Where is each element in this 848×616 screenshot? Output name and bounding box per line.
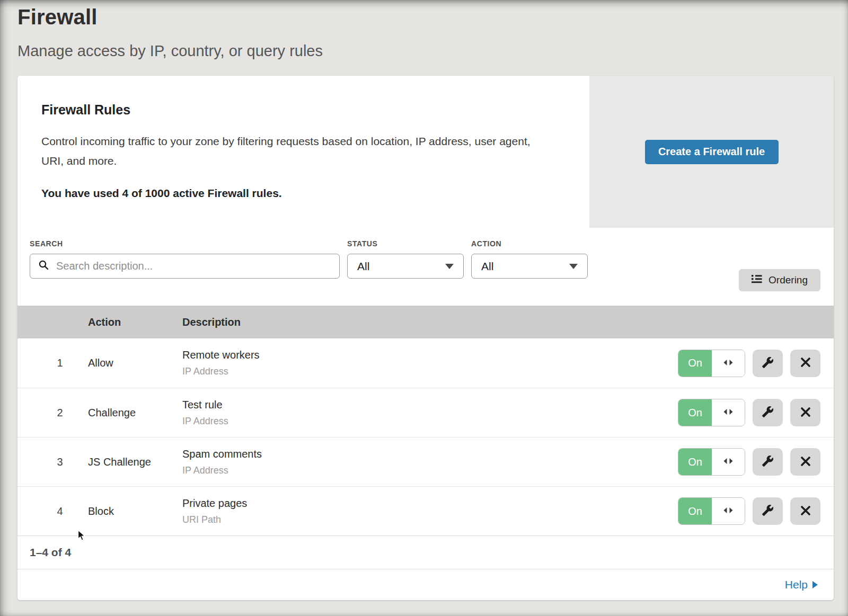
- rule-enabled-toggle[interactable]: On: [678, 448, 745, 476]
- left-right-arrows-icon: [722, 359, 734, 368]
- search-input-container: [30, 254, 340, 279]
- rule-action: Allow: [88, 357, 182, 369]
- help-bar: Help: [17, 569, 834, 600]
- help-link[interactable]: Help: [785, 578, 818, 591]
- rule-description: Remote workers: [182, 349, 678, 361]
- x-icon: [800, 505, 811, 518]
- create-rule-panel: Create a Firewall rule: [589, 76, 834, 228]
- rule-description-cell: Remote workers IP Address: [182, 349, 678, 377]
- create-firewall-rule-button[interactable]: Create a Firewall rule: [645, 140, 779, 164]
- rule-priority: 1: [17, 357, 88, 369]
- overview-section: Firewall Rules Control incoming traffic …: [17, 76, 834, 228]
- description-column-header: Description: [182, 316, 834, 328]
- status-label: STATUS: [347, 239, 464, 248]
- chevron-right-icon: [812, 581, 818, 588]
- overview-heading: Firewall Rules: [41, 102, 589, 118]
- delete-rule-button[interactable]: [790, 448, 820, 476]
- firewall-rule-row: 4 Block Private pages URI Path On: [17, 486, 834, 535]
- ordered-list-icon: [752, 274, 762, 286]
- x-icon: [800, 456, 811, 469]
- edit-rule-button[interactable]: [753, 497, 783, 525]
- rule-description-cell: Test rule IP Address: [182, 399, 678, 427]
- table-header: Action Description: [17, 306, 834, 338]
- wrench-icon: [762, 356, 774, 370]
- rule-controls: On: [678, 350, 834, 377]
- usage-summary: You have used 4 of 1000 active Firewall …: [41, 187, 589, 200]
- wrench-icon: [762, 455, 774, 469]
- ordering-button-label: Ordering: [768, 274, 808, 286]
- firewall-rule-row: 3 JS Challenge Spam comments IP Address …: [17, 437, 834, 486]
- rule-description: Spam comments: [182, 448, 678, 460]
- status-select-value: All: [357, 260, 369, 273]
- edit-rule-button[interactable]: [753, 350, 783, 377]
- page-subtitle: Manage access by IP, country, or query r…: [17, 42, 848, 60]
- search-label: SEARCH: [30, 239, 340, 248]
- action-select[interactable]: All: [471, 254, 588, 279]
- toggle-drag-handle[interactable]: [712, 399, 745, 426]
- action-label: ACTION: [471, 239, 588, 248]
- edit-rule-button[interactable]: [753, 448, 783, 476]
- firewall-rule-row: 2 Challenge Test rule IP Address On: [17, 388, 834, 437]
- wrench-icon: [762, 406, 774, 419]
- rule-description-cell: Spam comments IP Address: [182, 448, 678, 476]
- delete-rule-button[interactable]: [790, 497, 820, 525]
- delete-rule-button[interactable]: [790, 350, 820, 377]
- rule-enabled-toggle[interactable]: On: [678, 350, 745, 377]
- rules-list: 1 Allow Remote workers IP Address On: [17, 338, 834, 535]
- overview-description: Control incoming traffic to your zone by…: [41, 131, 545, 171]
- rule-description: Test rule: [182, 399, 678, 411]
- firewall-rules-card: Firewall Rules Control incoming traffic …: [17, 76, 834, 600]
- help-link-label: Help: [785, 578, 808, 591]
- toggle-drag-handle[interactable]: [712, 350, 745, 377]
- rule-description: Private pages: [182, 497, 678, 510]
- overview-text: Firewall Rules Control incoming traffic …: [17, 76, 589, 228]
- rule-match-type: IP Address: [182, 366, 678, 377]
- rule-enabled-toggle[interactable]: On: [678, 399, 745, 426]
- rule-controls: On: [678, 497, 834, 525]
- status-field-group: STATUS All: [347, 239, 464, 279]
- action-column-header: Action: [88, 316, 182, 328]
- rule-controls: On: [678, 399, 834, 426]
- toggle-on-label[interactable]: On: [678, 449, 712, 475]
- toggle-on-label[interactable]: On: [678, 498, 712, 524]
- search-input[interactable]: [55, 260, 332, 273]
- page-title: Firewall: [17, 5, 848, 29]
- rule-match-type: IP Address: [182, 465, 678, 476]
- action-field-group: ACTION All: [471, 239, 588, 279]
- page-header: Firewall Manage access by IP, country, o…: [0, 0, 848, 60]
- rule-controls: On: [678, 448, 834, 476]
- toggle-on-label[interactable]: On: [678, 399, 712, 426]
- rule-enabled-toggle[interactable]: On: [678, 497, 745, 525]
- rule-priority: 4: [17, 505, 88, 517]
- ordering-button[interactable]: Ordering: [739, 269, 820, 291]
- chevron-down-icon: [445, 264, 454, 269]
- rule-description-cell: Private pages URI Path: [182, 497, 678, 525]
- rule-match-type: IP Address: [182, 416, 678, 427]
- rule-action: Challenge: [88, 407, 182, 419]
- left-right-arrows-icon: [722, 506, 734, 516]
- chevron-down-icon: [569, 264, 578, 269]
- rule-action: JS Challenge: [88, 456, 182, 468]
- status-select[interactable]: All: [347, 254, 464, 279]
- x-icon: [800, 356, 811, 370]
- left-right-arrows-icon: [722, 457, 734, 467]
- wrench-icon: [762, 504, 774, 518]
- search-field-group: SEARCH: [30, 239, 340, 279]
- pagination-status: 1–4 of 4: [17, 535, 834, 569]
- x-icon: [800, 406, 811, 419]
- filter-bar: SEARCH STATUS All ACTION All: [17, 228, 834, 306]
- toggle-on-label[interactable]: On: [678, 350, 712, 377]
- action-select-value: All: [481, 260, 493, 273]
- rule-priority: 2: [17, 407, 88, 419]
- left-right-arrows-icon: [722, 408, 734, 417]
- rule-match-type: URI Path: [182, 514, 678, 525]
- rule-priority: 3: [17, 456, 88, 468]
- delete-rule-button[interactable]: [790, 399, 820, 426]
- toggle-drag-handle[interactable]: [712, 449, 745, 475]
- toggle-drag-handle[interactable]: [712, 498, 745, 524]
- rule-action: Block: [88, 505, 182, 517]
- edit-rule-button[interactable]: [753, 399, 783, 426]
- firewall-rule-row: 1 Allow Remote workers IP Address On: [17, 338, 834, 388]
- search-icon: [39, 260, 49, 272]
